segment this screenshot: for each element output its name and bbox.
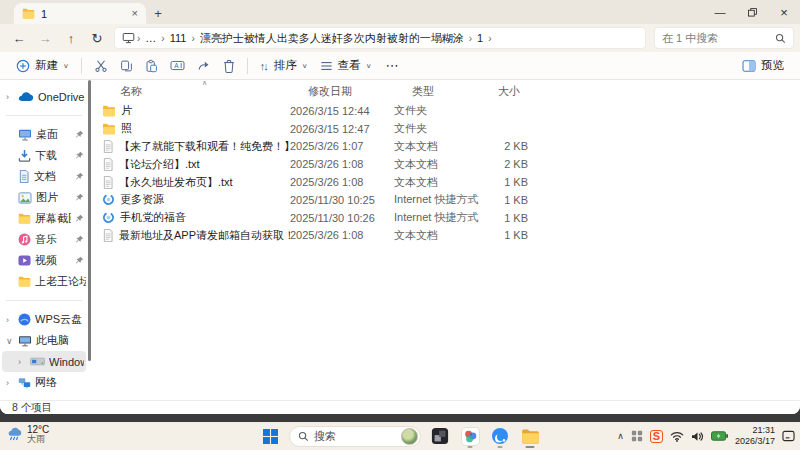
new-plus-icon [16, 59, 30, 73]
file-row[interactable]: 【论坛介绍】.txt2025/3/26 1:08文本文档2 KB [102, 155, 800, 173]
sort-button[interactable]: ↑↓ 排序 ∨ [254, 54, 314, 78]
refresh-button[interactable]: ↻ [84, 31, 110, 46]
battery-icon[interactable] [711, 431, 728, 441]
sidebar-item-WPS云盘[interactable]: ›WPS云盘 [0, 309, 88, 330]
sidebar-item-网络[interactable]: ›网络 [0, 372, 88, 393]
file-row[interactable]: 更多资源2025/11/30 10:25Internet 快捷方式1 KB [102, 191, 800, 209]
new-button[interactable]: 新建 ∨ [10, 54, 75, 78]
share-button[interactable] [191, 54, 217, 78]
file-row[interactable]: 片2026/3/15 12:44文件夹 [102, 102, 800, 120]
clock[interactable]: 21:31 2026/3/17 [735, 425, 775, 447]
taskbar-app-tricircles[interactable] [459, 424, 481, 448]
file-row[interactable]: 【来了就能下载和观看！纯免费！】.txt2025/3/26 1:07文本文档2 … [102, 138, 800, 156]
sidebar-divider [6, 300, 82, 301]
column-header[interactable]: 修改日期 [290, 84, 394, 99]
file-type: 文本文档 [394, 175, 480, 190]
preview-toggle-button[interactable]: 预览 [736, 54, 790, 78]
chevron-down-icon: ∨ [302, 62, 308, 69]
back-button[interactable]: ← [6, 31, 32, 46]
file-date: 2025/11/30 10:26 [290, 212, 394, 224]
sidebar-item-label: 网络 [35, 375, 57, 390]
sidebar-item-下载[interactable]: 下载 [0, 145, 88, 166]
paste-button[interactable] [139, 54, 164, 78]
start-button[interactable] [259, 424, 281, 448]
file-type: 文件夹 [394, 103, 480, 118]
rename-button[interactable]: A [164, 54, 191, 78]
search-placeholder: 在 1 中搜索 [662, 31, 718, 46]
close-button[interactable]: × [768, 0, 800, 24]
breadcrumb-separator: › [467, 33, 474, 44]
explorer-tab[interactable]: 1 × [14, 3, 146, 24]
expander-chevron-icon[interactable]: ∨ [6, 336, 14, 346]
file-row[interactable]: 照2026/3/15 12:47文件夹 [102, 120, 800, 138]
taskbar-file-explorer[interactable] [519, 424, 541, 448]
folder-icon [18, 212, 31, 225]
new-tab-button[interactable]: + [146, 6, 170, 21]
expander-chevron-icon[interactable]: › [18, 357, 26, 367]
expander-chevron-icon[interactable]: › [6, 378, 14, 388]
forward-button[interactable]: → [32, 31, 58, 46]
file-type: Internet 快捷方式 [394, 210, 480, 225]
sidebar-item-图片[interactable]: 图片 [0, 187, 88, 208]
file-size: 1 KB [480, 194, 528, 206]
taskbar-app-dark[interactable] [429, 424, 451, 448]
sidebar-item-此电脑[interactable]: ∨此电脑 [0, 330, 88, 351]
tab-close-icon[interactable]: × [132, 8, 138, 19]
expander-chevron-icon[interactable]: › [6, 92, 14, 102]
file-name: 【永久地址发布页】.txt [119, 175, 233, 190]
breadcrumb[interactable]: ›…›111›漂亮护士被情人出卖多人迷奸多次内射被射的一塌糊涂›1› [114, 27, 646, 49]
notification-icon[interactable] [782, 430, 795, 442]
up-button[interactable]: ↑ [58, 31, 84, 46]
sidebar-item-视频[interactable]: 视频 [0, 250, 88, 271]
view-button[interactable]: 查看 ∨ [314, 54, 378, 78]
sogou-input-icon[interactable]: S [650, 430, 663, 443]
tray-app-icon[interactable] [631, 430, 643, 442]
sidebar-item-上老王论坛当老三[interactable]: 上老王论坛当老三 [0, 271, 88, 292]
cut-button[interactable] [88, 54, 114, 78]
delete-button[interactable] [217, 54, 241, 78]
breadcrumb-overflow[interactable]: … [142, 32, 159, 44]
command-toolbar: 新建 ∨ A ↑↓ 排序 ∨ 查看 ∨ ⋯ [0, 52, 800, 80]
taskbar-search-label: 搜索 [314, 429, 336, 444]
file-row[interactable]: 最新地址及APP请发邮箱自动获取！！！.txt2025/3/26 1:08文本文… [102, 227, 800, 245]
file-row[interactable]: 手机党的福音2025/11/30 10:26Internet 快捷方式1 KB [102, 209, 800, 227]
dark-app-icon [431, 427, 449, 445]
expander-chevron-icon[interactable]: › [6, 315, 14, 325]
breadcrumb-item[interactable]: 1 [474, 32, 486, 44]
folder-file-icon [102, 123, 116, 135]
volume-icon[interactable] [691, 431, 704, 442]
address-bar: ← → ↑ ↻ ›…›111›漂亮护士被情人出卖多人迷奸多次内射被射的一塌糊涂›… [0, 24, 800, 52]
sidebar-item-label: 音乐 [35, 232, 57, 247]
breadcrumb-item[interactable]: 漂亮护士被情人出卖多人迷奸多次内射被射的一塌糊涂 [197, 31, 467, 46]
column-header[interactable]: 类型 [394, 84, 480, 99]
search-input[interactable]: 在 1 中搜索 [654, 27, 794, 49]
weather-widget[interactable]: 12°C 大雨 [6, 424, 49, 445]
minimize-button[interactable]: — [704, 0, 736, 24]
sidebar-item-OneDrive[interactable]: ›OneDrive [0, 86, 88, 107]
sort-arrows-icon: ↑↓ [260, 60, 267, 72]
taskbar-app-quark[interactable] [489, 424, 511, 448]
tray-expand-icon[interactable]: ∧ [617, 431, 624, 441]
sidebar-item-屏幕截图[interactable]: 屏幕截图 [0, 208, 88, 229]
sidebar-item-label: 文档 [34, 169, 56, 184]
file-name: 更多资源 [120, 192, 164, 207]
restore-button[interactable] [736, 0, 768, 24]
file-name: 【论坛介绍】.txt [119, 157, 200, 172]
taskbar-search[interactable]: 搜索 [289, 426, 421, 447]
sidebar-item-文档[interactable]: 文档 [0, 166, 88, 187]
more-options-button[interactable]: ⋯ [378, 58, 407, 73]
sidebar-item-音乐[interactable]: 音乐 [0, 229, 88, 250]
wifi-icon[interactable] [670, 431, 684, 442]
sidebar-item-Windows-SSD[interactable]: ›Windows-SSD [2, 351, 86, 372]
status-bar: 8 个项目 [0, 400, 800, 414]
file-row[interactable]: 【永久地址发布页】.txt2025/3/26 1:08文本文档1 KB [102, 173, 800, 191]
tray-time: 21:31 [735, 425, 775, 436]
file-date: 2026/3/15 12:47 [290, 123, 394, 135]
breadcrumb-item[interactable]: 111 [167, 32, 190, 44]
copy-icon [120, 59, 133, 73]
copy-button[interactable] [114, 54, 139, 78]
column-header[interactable]: 大小 [480, 84, 538, 99]
pin-icon [75, 214, 86, 223]
column-header[interactable]: 名称 [102, 84, 290, 99]
sidebar-item-桌面[interactable]: 桌面 [0, 124, 88, 145]
